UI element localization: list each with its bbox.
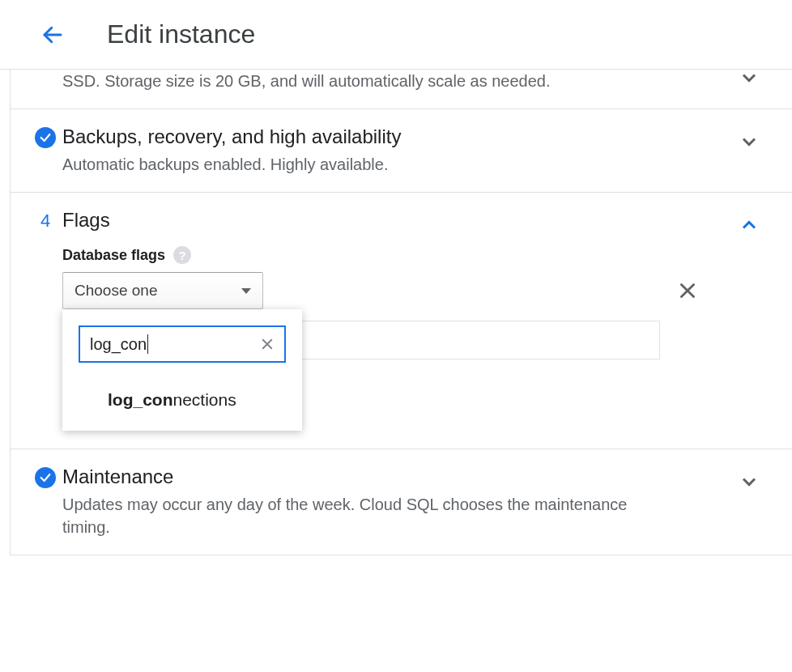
clear-search-icon[interactable] (260, 337, 275, 351)
section-storage[interactable]: SSD. Storage size is 20 GB, and will aut… (11, 70, 792, 109)
suggestion-item[interactable]: log_connections (79, 390, 286, 410)
backups-desc: Automatic backups enabled. Highly availa… (62, 153, 629, 176)
page-header: Edit instance (0, 0, 792, 70)
database-flags-label: Database flags (62, 247, 165, 264)
chevron-up-icon[interactable] (734, 209, 764, 236)
chevron-down-icon[interactable] (734, 466, 764, 493)
maintenance-title: Maintenance (62, 466, 734, 488)
section-backups[interactable]: Backups, recovery, and high availability… (11, 109, 792, 193)
dropdown-placeholder: Choose one (75, 282, 157, 300)
caret-down-icon (241, 288, 251, 294)
check-icon (35, 467, 56, 488)
search-value: log_con (90, 335, 147, 354)
section-maintenance[interactable]: Maintenance Updates may occur any day of… (11, 449, 792, 555)
back-arrow-icon[interactable] (40, 23, 65, 47)
maintenance-desc: Updates may occur any day of the week. C… (62, 493, 629, 538)
page-title: Edit instance (107, 19, 255, 49)
remove-flag-icon[interactable] (677, 280, 734, 301)
suggestion-match: log_con (108, 390, 173, 409)
step-number: 4 (40, 211, 50, 232)
chevron-down-icon[interactable] (734, 125, 764, 153)
help-icon[interactable]: ? (173, 246, 191, 264)
flag-search-input[interactable]: log_con (79, 325, 286, 363)
text-cursor (147, 334, 148, 354)
flag-autocomplete-popup: log_con log_connections (62, 309, 302, 431)
backups-title: Backups, recovery, and high availability (62, 125, 734, 148)
check-icon (35, 127, 56, 148)
section-flags: 4 Flags Database flags ? Choose one (11, 193, 792, 449)
suggestion-rest: nections (173, 390, 236, 409)
storage-desc: SSD. Storage size is 20 GB, and will aut… (62, 70, 629, 92)
chevron-down-icon[interactable] (734, 62, 764, 89)
flag-dropdown[interactable]: Choose one (62, 272, 263, 309)
flags-title: Flags (62, 209, 734, 232)
